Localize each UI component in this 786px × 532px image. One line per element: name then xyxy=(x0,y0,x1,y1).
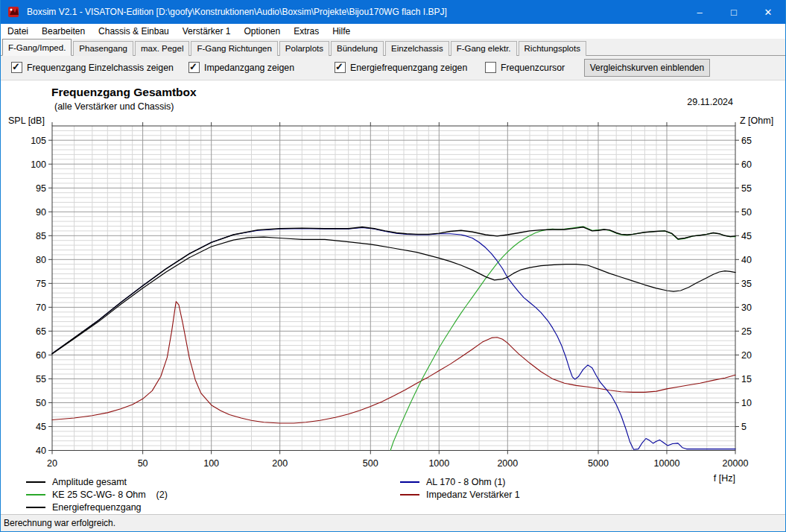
legend-label: Impedanz Verstärker 1 xyxy=(426,490,520,500)
vergleichskurven-button[interactable]: Vergleichskurven einblenden xyxy=(584,59,710,77)
app-icon xyxy=(7,6,21,18)
tab-einzelchassis[interactable]: Einzelchassis xyxy=(385,41,449,56)
checkbox-label: Energiefrequenzgang zeigen xyxy=(350,63,467,73)
checked-checkbox-icon[interactable] xyxy=(11,62,22,73)
status-bar: Berechnung war erfolgreich. xyxy=(1,514,785,532)
checked-checkbox-icon[interactable] xyxy=(188,62,200,73)
checkbox-frequenzgang-einzelchassis-zeigen[interactable]: Frequenzgang Einzelchassis zeigen xyxy=(11,62,174,73)
menu-item-datei[interactable]: Datei xyxy=(1,25,35,38)
tab-phasengang[interactable]: Phasengang xyxy=(73,41,133,56)
status-text: Berechnung war erfolgreich. xyxy=(4,518,115,528)
minimize-button[interactable]: – xyxy=(682,0,717,24)
tab-f-gang-imped[interactable]: F-Gang/Imped. xyxy=(2,39,72,56)
title-bar[interactable]: Boxsim V2.1 - VISATON-Edition [D:\goofy\… xyxy=(1,0,785,24)
tab-f-gang-richtungen[interactable]: F-Gang Richtungen xyxy=(191,41,277,56)
legend-label: AL 170 - 8 Ohm (1) xyxy=(426,477,506,487)
menu-item-optionen[interactable]: Optionen xyxy=(237,25,287,38)
legend-line-swatch xyxy=(400,481,419,483)
legend-item-impedanz-verst-rker-1: Impedanz Verstärker 1 xyxy=(400,489,520,501)
chart-date: 29.11.2024 xyxy=(687,97,733,107)
legend-item-energiefrequenzgang: Energiefrequenzgang xyxy=(26,501,142,513)
menu-item-verst-rker-1[interactable]: Verstärker 1 xyxy=(176,25,238,38)
tab-bar: F-Gang/Imped.Phasengangmax. PegelF-Gang … xyxy=(1,39,785,56)
legend-line-swatch xyxy=(26,481,45,483)
checkbox-label: Frequenzgang Einzelchassis zeigen xyxy=(27,63,174,73)
chart-panel xyxy=(1,80,785,515)
window-title: Boxsim V2.1 - VISATON-Edition [D:\goofy\… xyxy=(27,7,447,17)
tab-richtungsplots[interactable]: Richtungsplots xyxy=(519,41,586,56)
tab-b-ndelung[interactable]: Bündelung xyxy=(331,41,384,56)
checkbox-label: Frequenzcursor xyxy=(501,63,565,73)
window-controls: – □ ✕ xyxy=(682,0,785,24)
tab-polarplots[interactable]: Polarplots xyxy=(279,41,329,56)
legend-item-amplitude-gesamt: Amplitude gesamt xyxy=(26,476,127,488)
checkbox-impedanzgang-zeigen[interactable]: Impedanzgang zeigen xyxy=(188,62,294,73)
left-axis-label: SPL [dB] xyxy=(8,115,45,126)
close-button[interactable]: ✕ xyxy=(751,0,785,24)
legend-line-swatch xyxy=(26,494,45,495)
unchecked-checkbox-icon[interactable] xyxy=(485,62,496,73)
app-window: Boxsim V2.1 - VISATON-Edition [D:\goofy\… xyxy=(0,0,786,532)
maximize-button[interactable]: □ xyxy=(717,0,751,24)
legend-label: Energiefrequenzgang xyxy=(52,502,142,513)
menu-item-extras[interactable]: Extras xyxy=(287,25,326,38)
checked-checkbox-icon[interactable] xyxy=(335,62,346,73)
legend-line-swatch xyxy=(400,494,419,495)
legend-label: Amplitude gesamt xyxy=(52,477,127,487)
checkbox-label: Impedanzgang zeigen xyxy=(204,63,294,73)
legend-label: KE 25 SC-WG- 8 Ohm (2) xyxy=(52,490,168,500)
checkbox-frequenzcursor[interactable]: Frequenzcursor xyxy=(485,62,565,73)
menu-bar: DateiBearbeitenChassis & EinbauVerstärke… xyxy=(1,24,785,39)
chart-title: Frequenzgang Gesamtbox xyxy=(51,86,197,99)
tab-f-gang-elektr[interactable]: F-Gang elektr. xyxy=(451,41,517,56)
legend-line-swatch xyxy=(26,507,45,508)
menu-item-chassis-einbau[interactable]: Chassis & Einbau xyxy=(92,25,176,38)
menu-item-hilfe[interactable]: Hilfe xyxy=(326,25,357,38)
options-bar: Vergleichskurven einblenden Frequenzgang… xyxy=(1,56,785,80)
right-axis-label: Z [Ohm] xyxy=(740,115,773,126)
menu-item-bearbeiten[interactable]: Bearbeiten xyxy=(35,25,92,38)
legend-item-ke-25-sc-wg-8-ohm-2: KE 25 SC-WG- 8 Ohm (2) xyxy=(26,489,168,501)
legend-item-al-170-8-ohm-1: AL 170 - 8 Ohm (1) xyxy=(400,476,506,488)
chart-subtitle: (alle Verstärker und Chassis) xyxy=(54,101,174,112)
checkbox-energiefrequenzgang-zeigen[interactable]: Energiefrequenzgang zeigen xyxy=(335,62,467,73)
tab-max-pegel[interactable]: max. Pegel xyxy=(135,41,190,56)
